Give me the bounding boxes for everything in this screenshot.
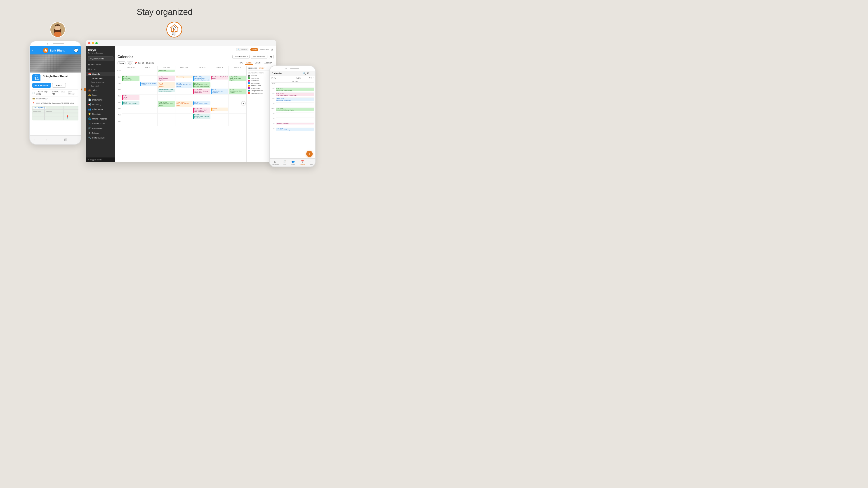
- cell-130pm-r[interactable]: 1:30p - 1:30pStormy/Wed/Hail Damage Repa…: [276, 107, 314, 112]
- cell-3pm-wed[interactable]: [176, 88, 193, 95]
- cell-8pm-fri[interactable]: [211, 120, 229, 126]
- print-icon[interactable]: 🖨: [271, 48, 274, 51]
- cell-5pm-mon[interactable]: [140, 101, 158, 107]
- next-week-button[interactable]: ›: [130, 61, 133, 65]
- cell-3pm-sun[interactable]: [122, 88, 140, 95]
- event-sat-3pm[interactable]: 4p - 4pDave Deeded - New Skylight: [229, 89, 246, 94]
- sidebar-item-setup-wizard[interactable]: 🔧 Setup Wizard: [86, 135, 115, 140]
- nav-grid-btn[interactable]: ⊞: [64, 138, 67, 142]
- phone-right-more-icon[interactable]: ⋯: [311, 72, 313, 75]
- cell-1pm-fri[interactable]: Alex Cross - Shingle Roof Repair: [211, 76, 229, 82]
- allday-tue[interactable]: Roof Siding: [158, 69, 176, 76]
- cell-6pm-fri[interactable]: 6p + 6pSh...: [211, 107, 229, 113]
- sidebar-item-jobs[interactable]: 💼 Jobs: [86, 88, 115, 93]
- cell-1pm-r[interactable]: [276, 103, 314, 107]
- sidebar-item-online-presence[interactable]: 🌐 Online Presence: [86, 116, 115, 121]
- cell-3pm-thu[interactable]: 3:30p - 4:30pKevin Parker - Existing Con…: [193, 88, 211, 95]
- sidebar-item-app-market[interactable]: 🛒 App Market: [86, 126, 115, 131]
- sidebar-item-calendar[interactable]: 📅 Calendar: [86, 72, 115, 76]
- cell-6pm-sun[interactable]: [122, 107, 140, 113]
- cell-2pm-fri[interactable]: [211, 82, 229, 88]
- event-thu-2pm[interactable]: 2p - 4pMichael Roan's Home and Hail Dama…: [193, 82, 211, 88]
- phone-back-icon[interactable]: ‹: [32, 48, 33, 53]
- cell-5pm-r[interactable]: [276, 118, 314, 123]
- event-wed-1pm-1[interactable]: Go... femmy: [176, 76, 193, 78]
- cell-12pm-r[interactable]: 11:30 - 12:30Aaron Smith - Consultation: [276, 98, 314, 103]
- event-right-2[interactable]: 9:30 - 11:30pJohn Stone - Tear-Off & Rep…: [276, 93, 314, 96]
- cell-1pm-sun[interactable]: 1p - 4pAdam BrownTear-Off & Off: [122, 76, 140, 82]
- cell-7pm-tue[interactable]: [158, 113, 176, 120]
- event-thu-6pm[interactable]: 4:30p - 7:30pMike Douglas - Roof Deck Pr…: [193, 107, 211, 113]
- cell-8pm-mon[interactable]: [140, 120, 158, 126]
- event-right-3[interactable]: 11:30 - 12:30Aaron Smith - Consultation: [276, 98, 314, 101]
- event-sat-1pm[interactable]: 1:30p - 2:30pAaron Smith - New Skylight: [229, 76, 246, 81]
- view-larger-map-link[interactable]: View larger map: [33, 107, 46, 109]
- event-mon-2pm[interactable]: Jordan Bertrand - Double Lock Ro...: [140, 82, 157, 86]
- edit-calendar-button[interactable]: Edit Calendar ▾: [251, 55, 268, 59]
- cell-1pm-sat[interactable]: 1:30p - 2:30pAaron Smith - New Skylight: [228, 76, 246, 82]
- prev-week-button[interactable]: ‹: [127, 61, 130, 65]
- sidebar-item-dashboard[interactable]: ⊟ Dashboard: [86, 62, 115, 67]
- cell-8pm-sat[interactable]: [228, 120, 246, 126]
- cell-7pm-fri[interactable]: [211, 113, 229, 120]
- cell-8pm-thu[interactable]: [193, 120, 211, 126]
- quick-actions-button[interactable]: + Quick Actions: [88, 56, 114, 61]
- calendar-scroll-right[interactable]: ›: [241, 101, 246, 105]
- search-bar[interactable]: 🔍 Search: [236, 48, 248, 51]
- cell-7pm-sun[interactable]: [122, 113, 140, 120]
- allday-thu[interactable]: [193, 69, 211, 76]
- event-roof-siding[interactable]: Roof Siding: [158, 70, 175, 72]
- cell-3pm-sat[interactable]: 4p - 4pDave Deeded - New Skylight: [228, 88, 246, 95]
- cell-2pm-mon[interactable]: Jordan Bertrand - Double Lock Ro...: [140, 82, 158, 88]
- allday-mon[interactable]: [140, 69, 158, 76]
- phone-right-search-icon[interactable]: 🔍: [303, 72, 306, 75]
- cell-11am-r[interactable]: 9:30 - 11:30pJohn Stone - Tear-Off & Rep…: [276, 93, 314, 98]
- event-tue-1pm[interactable]: 1p - 3pMary CarpenterSkylight...: [158, 76, 175, 81]
- tab-staff[interactable]: STAFF: [259, 67, 265, 70]
- cell-4pm-sat[interactable]: [228, 95, 246, 101]
- allday-wed[interactable]: [176, 69, 193, 76]
- cell-8pm-tue[interactable]: [158, 120, 176, 126]
- event-thu-1pm[interactable]: 1:30p - 2:30pGeorge MichaelsTear-Off & R…: [193, 76, 211, 81]
- phone-right-today-btn[interactable]: Today: [271, 77, 277, 79]
- cell-5pm-thu[interactable]: 3p - 6pAmber James - Storm...: [193, 101, 211, 107]
- today-button[interactable]: Today: [118, 61, 125, 65]
- cell-3pm-tue[interactable]: Natalie Sanchez - 3:30p - Existing Const…: [158, 88, 176, 95]
- cell-6pm-mon[interactable]: [140, 107, 158, 113]
- event-right-1[interactable]: 9:30 - 11amAaron Smith - Leak Barriers: [276, 88, 314, 91]
- cell-5pm-sun[interactable]: 1p-4pAmber... New Skylight: [122, 101, 140, 107]
- phone-message-icon[interactable]: 💬: [74, 48, 79, 53]
- sidebar-sub-event-list[interactable]: Event List: [86, 84, 115, 88]
- cell-2pm-tue[interactable]: 2p - 4pachiheBillings...: [158, 82, 176, 88]
- nav-back-btn[interactable]: ←: [34, 138, 37, 142]
- event-right-6[interactable]: 2:15p - 5:30pAaron Smith - Hail Damage: [276, 128, 314, 131]
- nav-forward-btn[interactable]: →: [44, 138, 48, 142]
- cell-4pm-wed[interactable]: [176, 95, 193, 101]
- cell-2pm-r[interactable]: [276, 112, 314, 118]
- cell-5pm-wed[interactable]: 7:30p - 7:30pMike Smith - Skylight Leaks: [176, 101, 193, 107]
- cell-7pm-r[interactable]: John Stone - Roof Repair: [276, 123, 314, 127]
- cell-1pm-mon[interactable]: [140, 76, 158, 82]
- cell-4pm-thu[interactable]: [193, 95, 211, 101]
- cell-5pm-tue[interactable]: 5:30p - 6:30pVanessa Paradis - Roof Sidi…: [158, 101, 176, 107]
- cell-4pm-tue[interactable]: [158, 95, 176, 101]
- cell-8pm-r[interactable]: 2:15p - 5:30pAaron Smith - Hail Damage: [276, 127, 314, 132]
- cell-4pm-sun[interactable]: 4p-6pcp - 4pAshley -...: [122, 95, 140, 101]
- tab-agenda[interactable]: AGENDA: [263, 61, 274, 65]
- event-fri-6pm[interactable]: 6p + 6pSh...: [211, 107, 228, 111]
- cell-2pm-sun[interactable]: [122, 82, 140, 88]
- cell-5pm-fri[interactable]: [211, 101, 229, 107]
- sidebar-item-documents[interactable]: 📄 Documents: [86, 97, 115, 102]
- event-sun-1pm[interactable]: 1p - 4pAdam BrownTear-Off & Off: [122, 76, 140, 81]
- event-sun-4pm[interactable]: 4p-6pcp - 4pAshley -...: [122, 95, 140, 100]
- cell-8pm-sun[interactable]: [122, 120, 140, 126]
- tab-day[interactable]: DAY: [238, 61, 244, 65]
- cell-4pm-mon[interactable]: [140, 95, 158, 101]
- sidebar-item-client-portal[interactable]: 👥 Client Portal ↗: [86, 107, 115, 111]
- cell-3pm-fri[interactable]: 4p - 4pAaron Smith - Attic Ventilation: [211, 88, 229, 95]
- help-button[interactable]: ? Help: [250, 48, 258, 51]
- cell-6pm-tue[interactable]: [158, 107, 176, 113]
- cell-6pm-wed[interactable]: [176, 107, 193, 113]
- event-thu-7pm[interactable]: 6p + 10pWhitney Foster - Built-Up Flat R…: [193, 114, 211, 119]
- cell-1pm-tue[interactable]: 1p - 3pMary CarpenterSkylight...: [158, 76, 176, 82]
